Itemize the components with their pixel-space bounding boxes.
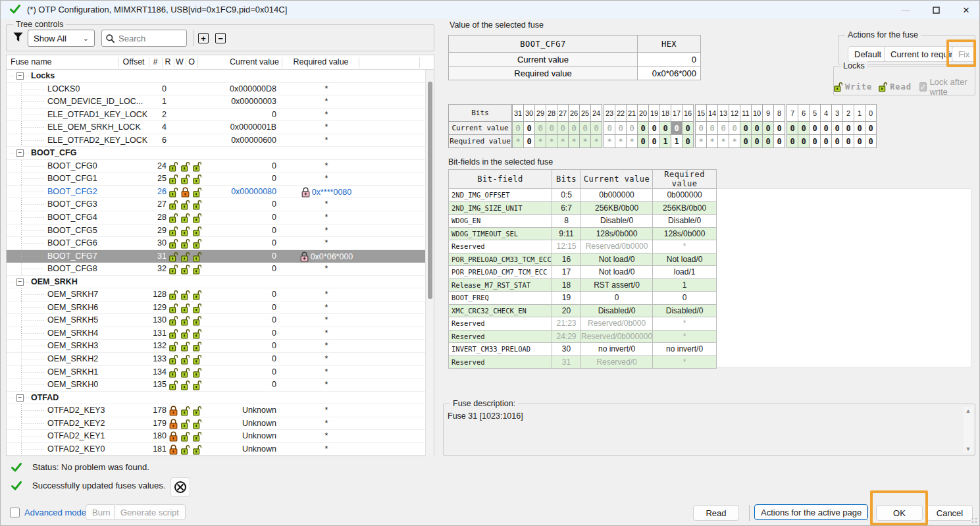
fuse-row-BOOT_CFG1[interactable]: BOOT_CFG1250* <box>7 172 425 186</box>
write-lock-icon[interactable] <box>181 303 190 313</box>
fuse-required-value[interactable]: * <box>283 315 370 325</box>
fuse-required-value[interactable]: * <box>283 367 370 377</box>
fuse-row-OEM_SRKH4[interactable]: OEM_SRKH41310* <box>7 327 425 340</box>
bit-required-19[interactable]: 0 <box>648 134 660 148</box>
write-lock-icon[interactable] <box>181 406 190 416</box>
write-lock-icon[interactable] <box>181 341 190 352</box>
read-lock-icon[interactable] <box>169 199 178 210</box>
fuse-row-BOOT_CFG2[interactable]: BOOT_CFG2260x000000800x****0080 <box>7 186 425 199</box>
fuse-row-OTFAD2_KEY2[interactable]: OTFAD2_KEY2179Unknown* <box>7 417 425 431</box>
write-lock-icon[interactable] <box>181 329 190 339</box>
fuse-required-value[interactable]: * <box>283 431 370 440</box>
description-scrollbar[interactable]: ▲ ▼ <box>964 407 973 453</box>
read-lock-icon[interactable] <box>169 367 178 378</box>
fuse-group-row-Locks[interactable]: −Locks <box>7 70 425 83</box>
fuse-required-value[interactable]: * <box>283 354 370 363</box>
close-button[interactable]: ✕ <box>951 1 980 19</box>
bit-required-21[interactable]: * <box>626 134 638 148</box>
bit-required-16[interactable]: 0 <box>682 134 694 148</box>
minimize-button[interactable]: — <box>890 1 921 19</box>
resize-grip[interactable] <box>971 517 978 524</box>
fix-button[interactable]: Fix <box>952 46 976 62</box>
fuse-required-value[interactable]: * <box>283 84 370 93</box>
scrollbar-thumb[interactable] <box>428 82 432 299</box>
read-lock-icon[interactable] <box>169 329 178 339</box>
fuse-row-ELE_OEM_SRKH_LOCK[interactable]: ELE_OEM_SRKH_LOCK40x0000001B* <box>7 121 425 134</box>
write-lock-icon[interactable] <box>181 444 190 455</box>
column-header-w[interactable]: W <box>174 57 186 66</box>
bit-required-24[interactable]: * <box>590 134 602 148</box>
bit-required-10[interactable]: 0 <box>751 134 763 148</box>
fuse-row-BOOT_CFG6[interactable]: BOOT_CFG6300* <box>7 237 425 250</box>
bit-required-25[interactable]: * <box>579 134 591 148</box>
read-button[interactable]: Read <box>693 505 739 521</box>
bit-required-15[interactable]: * <box>695 134 707 148</box>
fuse-required-value[interactable]: * <box>283 174 370 183</box>
write-lock-icon[interactable] <box>181 264 190 275</box>
column-header-r[interactable]: R <box>162 57 174 66</box>
fuse-required-value[interactable]: * <box>283 110 370 119</box>
write-lock-icon[interactable] <box>181 315 190 326</box>
bitfield-required-value[interactable]: * <box>653 317 717 330</box>
show-filter-dropdown[interactable]: Show All ⌄ <box>28 30 95 47</box>
write-lock-icon[interactable] <box>181 380 190 390</box>
fuse-required-value[interactable]: * <box>283 213 370 222</box>
default-button[interactable]: Default <box>848 46 888 62</box>
fuse-row-BOOT_CFG7[interactable]: BOOT_CFG73100x0*06*000 <box>7 250 425 263</box>
generate-script-button[interactable]: Generate script <box>114 504 186 520</box>
bitfield-required-value[interactable]: 0 <box>653 292 717 305</box>
read-lock-icon[interactable] <box>879 82 887 92</box>
fuse-required-value[interactable]: * <box>283 264 370 273</box>
read-lock-icon[interactable] <box>169 303 178 313</box>
read-lock-icon[interactable] <box>169 431 178 442</box>
fuse-row-OTFAD2_CFG[interactable]: OTFAD2_CFG1820x00002200* <box>7 456 425 456</box>
required-value-cell[interactable]: 0x0*06*000 <box>638 66 701 80</box>
fuse-row-ELE_OTFAD1_KEY_LOCK[interactable]: ELE_OTFAD1_KEY_LOCK20* <box>7 109 425 122</box>
column-header-current-value[interactable]: Current value <box>197 57 279 66</box>
bit-required-3[interactable]: 0 <box>831 134 843 148</box>
advanced-mode-checkbox[interactable] <box>10 508 20 517</box>
write-lock-icon[interactable] <box>834 82 842 92</box>
bitfield-required-value[interactable]: Not load/0 <box>653 253 717 266</box>
scroll-up-icon[interactable]: ▲ <box>964 407 973 415</box>
bit-required-22[interactable]: * <box>615 134 627 148</box>
fuse-required-value[interactable]: 0x0*06*000 <box>283 251 370 262</box>
fuse-required-value[interactable]: * <box>283 290 370 299</box>
read-lock-icon[interactable] <box>169 354 178 365</box>
bit-required-31[interactable]: * <box>512 134 524 148</box>
read-lock-icon[interactable] <box>169 226 178 236</box>
ok-button[interactable]: OK <box>876 505 923 521</box>
fuse-row-OEM_SRKH6[interactable]: OEM_SRKH61290* <box>7 302 425 315</box>
bit-required-8[interactable]: 0 <box>773 134 785 148</box>
write-lock-icon[interactable] <box>181 367 190 378</box>
fuse-row-OEM_SRKH1[interactable]: OEM_SRKH11340* <box>7 366 425 379</box>
read-lock-icon[interactable] <box>169 174 178 184</box>
fuse-row-OEM_SRKH7[interactable]: OEM_SRKH71280* <box>7 288 425 302</box>
bit-required-30[interactable]: 0 <box>523 134 535 148</box>
write-lock-icon[interactable] <box>181 238 190 249</box>
search-input[interactable] <box>118 34 178 43</box>
fuse-row-ELE_OTFAD2_KEY_LOCK[interactable]: ELE_OTFAD2_KEY_LOCK60x00000600* <box>7 134 425 147</box>
fuse-group-row-BOOT_CFG[interactable]: −BOOT_CFG <box>7 147 425 160</box>
write-lock-icon[interactable] <box>181 199 190 210</box>
fuse-required-value[interactable]: * <box>283 303 370 312</box>
scroll-down-icon[interactable]: ▼ <box>964 445 973 453</box>
dismiss-message-button[interactable] <box>170 477 190 497</box>
bitfield-required-value[interactable]: * <box>653 330 717 343</box>
read-lock-icon[interactable] <box>169 161 178 172</box>
column-header-offset[interactable]: Offset <box>118 57 149 66</box>
fuse-row-BOOT_CFG4[interactable]: BOOT_CFG4280* <box>7 211 425 224</box>
bitfield-required-value[interactable]: Disable/0 <box>653 215 717 228</box>
fuse-required-value[interactable]: * <box>283 199 370 209</box>
bit-required-0[interactable]: 0 <box>865 134 877 148</box>
collapse-all-button[interactable]: − <box>215 33 226 43</box>
bit-required-29[interactable]: * <box>534 134 546 148</box>
write-lock-icon[interactable] <box>181 290 190 300</box>
bit-required-28[interactable]: * <box>546 134 557 148</box>
read-lock-icon[interactable] <box>169 251 178 262</box>
bitfield-required-value[interactable]: * <box>653 240 717 253</box>
bit-required-23[interactable]: * <box>604 134 615 148</box>
fuse-required-value[interactable]: * <box>283 380 370 389</box>
fuse-row-BOOT_CFG0[interactable]: BOOT_CFG0240* <box>7 160 425 173</box>
fuse-table-scrollbar[interactable] <box>425 70 434 456</box>
